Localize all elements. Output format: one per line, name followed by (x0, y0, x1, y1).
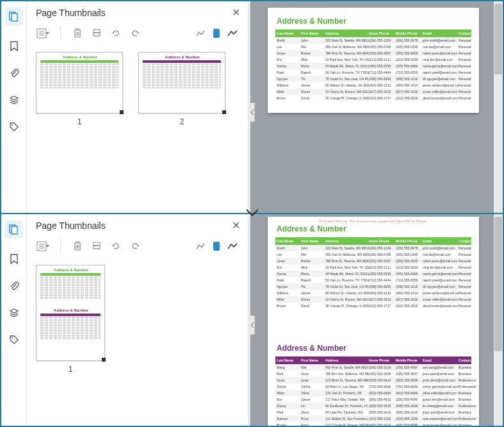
layers-icon[interactable] (8, 306, 20, 319)
table-row: JonesRobert789 Pine St, Tacoma, WA 98402… (275, 50, 471, 56)
table-row: MillerSusan12 Cherry St, Boston, MA 0210… (275, 88, 471, 95)
table-row: KimMinji12 Park Ave, New York, NY 10016(… (275, 264, 471, 271)
table-row: LeeMei456 Oak St, Bellevue, WA 98004(425… (275, 251, 471, 258)
thumbnails-body-top: Address & Number 1 Address & Number 2 (27, 47, 248, 213)
zoom-slider[interactable] (213, 242, 220, 251)
svg-point-2 (12, 124, 13, 126)
thumb-page-1[interactable]: Address & Number 1 (36, 52, 123, 126)
table-row: ParkJisoo789 Elm Ave, Bellevue, WA 98004… (275, 371, 471, 377)
panel-title: Page Thumbnails (36, 221, 106, 231)
thumbnails-icon[interactable] (5, 221, 23, 239)
options-dropdown[interactable] (36, 239, 51, 253)
thumbnails-body-bottom: Address & Number Address & Number 1 (27, 260, 248, 426)
left-rail-bottom (1, 214, 27, 426)
thumbnails-header: Page Thumbnails ✕ (27, 214, 248, 235)
table-row: JonesRobert789 Pine St, Tacoma, WA 98402… (275, 258, 471, 264)
table-row: NguyenThi78 Cedar Dr, San Jose, CA 95101… (275, 76, 471, 82)
table-row: WangWei456 Pine St, Seattle, WA 98101(20… (275, 364, 471, 371)
table-row: StantonRose111 Market St, San Francisco,… (275, 415, 471, 422)
rotate-cw-icon[interactable] (127, 26, 143, 40)
rotate-ccw-icon[interactable] (108, 239, 124, 253)
pane-bottom: Page Thumbnails ✕ Address & Number (1, 214, 503, 426)
thumb-page-2[interactable]: Address & Number 2 (138, 52, 225, 126)
table-row: GarciaMaria34 Maple Rd, Miami, FL 33101(… (275, 63, 471, 69)
thumb-page-1-merged[interactable]: Address & Number Address & Number 1 (36, 265, 105, 374)
bookmark-icon[interactable] (8, 253, 20, 265)
app-root: Page Thumbnails ✕ Address & Number (0, 0, 504, 427)
print-icon[interactable] (89, 239, 104, 253)
rotate-cw-icon[interactable] (127, 239, 143, 253)
table-row: BrownDavid35 Orange Pl, Chicago, IL 6060… (275, 95, 471, 101)
thumbnails-toolbar (27, 22, 248, 47)
doc-title-2: Address & Number (277, 344, 471, 353)
delete-icon[interactable] (70, 239, 85, 253)
thumbnails-panel-bottom: Page Thumbnails ✕ Address & Number (27, 214, 248, 426)
svg-rect-7 (93, 29, 100, 33)
table-row: DavisJosie123 Birch St, Tacoma, WA 98402… (275, 377, 471, 383)
panel-title: Page Thumbnails (36, 8, 106, 18)
table-row: WilliamsJames90 Walnut Cir, Atlanta, GA … (275, 82, 471, 88)
table-row: KimJiyeon117 Arbor Way, Seattle, WA(206)… (275, 396, 471, 403)
svg-rect-17 (93, 246, 100, 249)
table-row: GarciaMaria34 Maple Rd, Miami, FL 33101(… (275, 271, 471, 277)
table-row: MillerOlivia133 Oak St, Portland, OR(503… (275, 390, 471, 396)
delete-icon[interactable] (70, 26, 85, 40)
table-row: ZhangLin56 Sunflower Dr, Honolulu, HI(80… (275, 403, 471, 409)
zoom-in-icon[interactable] (225, 26, 240, 40)
attachment-icon[interactable] (8, 280, 20, 292)
table-row: SmithJohn123 Main St, Seattle, WA 98101(… (275, 245, 471, 251)
svg-point-11 (12, 337, 13, 339)
scrollbar[interactable] (494, 214, 503, 426)
doc-title: Address & Number (277, 17, 471, 26)
tag-icon[interactable] (8, 121, 20, 133)
zoom-out-icon[interactable] (193, 239, 208, 253)
close-icon[interactable]: ✕ (232, 219, 240, 231)
table-row: BrownAnna1217 Cedar Pl, Everett, WA 9820… (275, 422, 471, 426)
zoom-slider[interactable] (213, 29, 220, 38)
attachment-icon[interactable] (8, 67, 20, 80)
collapse-handle-icon[interactable] (250, 103, 255, 122)
document-area-bottom[interactable]: Evaluation Warning : The document was cr… (250, 214, 503, 426)
thumbnails-panel-top: Page Thumbnails ✕ Address & Number (27, 1, 248, 213)
scrollbar[interactable] (494, 1, 503, 213)
table-row: BrownDavid35 Orange Pl, Chicago, IL 6060… (275, 303, 471, 309)
svg-rect-1 (12, 13, 17, 21)
table-row: MillerSusan12 Cherry St, Boston, MA 0210… (275, 296, 471, 303)
table-row: LeeMei456 Oak St, Bellevue, WA 98004(425… (275, 44, 471, 50)
svg-rect-16 (93, 242, 100, 246)
table-row: PatelRajesh56 Oak Ln, Houston, TX 77001(… (275, 277, 471, 283)
document-page-merged: Evaluation Warning : The document was cr… (268, 217, 479, 426)
collapse-handle-icon[interactable] (250, 315, 255, 335)
table-row: WilliamsJames90 Walnut Cir, Atlanta, GA … (275, 290, 471, 296)
rotate-ccw-icon[interactable] (108, 26, 124, 40)
thumbnails-header: Page Thumbnails ✕ (27, 1, 248, 22)
table-row: SmithJohn123 Main St, Seattle, WA 98101(… (275, 37, 471, 44)
table-row: NguyenThi78 Cedar Dr, San Jose, CA 95101… (275, 283, 471, 290)
svg-rect-10 (12, 226, 17, 234)
table-row: ParkJiwon34 Lake Rd, Spokane, WA(509) 55… (275, 409, 471, 415)
thumbnails-toolbar (27, 235, 248, 260)
watermark-text: Evaluation Warning : The document was cr… (275, 219, 471, 223)
layers-icon[interactable] (8, 94, 20, 106)
close-icon[interactable]: ✕ (232, 6, 240, 19)
pane-top: Page Thumbnails ✕ Address & Number (1, 1, 503, 214)
options-dropdown[interactable] (36, 26, 51, 40)
zoom-in-icon[interactable] (225, 239, 240, 253)
table-row: KimMinji12 Park Ave, New York, NY 10016(… (275, 56, 471, 63)
print-icon[interactable] (89, 26, 104, 40)
document-page-1: Address & Number Last NameFirst NameAddr… (268, 8, 479, 113)
left-rail-top (1, 1, 27, 213)
table-row: PatelRajesh56 Oak Ln, Houston, TX 77001(… (275, 69, 471, 76)
table-row: GarciaCarlos23 Main Ln, Las Vegas, NV(70… (275, 383, 471, 390)
bookmark-icon[interactable] (8, 40, 20, 53)
doc-title: Address & Number (277, 224, 471, 233)
document-area-top[interactable]: Address & Number Last NameFirst NameAddr… (250, 1, 503, 213)
zoom-out-icon[interactable] (193, 26, 208, 40)
tag-icon[interactable] (8, 333, 20, 346)
svg-rect-8 (93, 33, 100, 36)
thumbnails-icon[interactable] (5, 8, 23, 26)
